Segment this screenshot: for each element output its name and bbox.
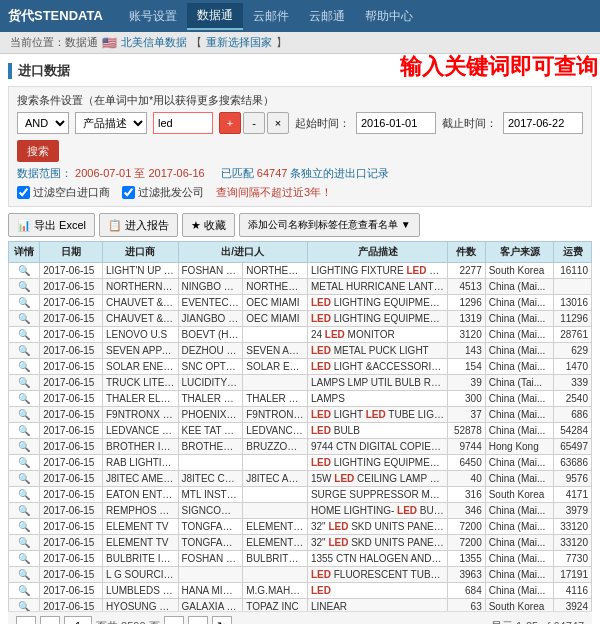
row-detail-btn[interactable]: 🔍 bbox=[9, 311, 40, 327]
row-desc: SURGE SUPPRESSOR MLLS1ON-347V-S LED LIGH… bbox=[307, 487, 447, 503]
row-agent: SOLAR ENERGY... bbox=[243, 359, 308, 375]
row-detail-btn[interactable]: 🔍 bbox=[9, 439, 40, 455]
row-origin: South Korea bbox=[485, 487, 554, 503]
row-date: 2017-06-15 bbox=[40, 263, 103, 279]
row-importer: SOLAR ENERGY ... bbox=[103, 359, 179, 375]
row-detail-btn[interactable]: 🔍 bbox=[9, 583, 40, 599]
row-exporter: TONGFANG GLO... bbox=[178, 519, 243, 535]
row-agent: OEC MIAMI bbox=[243, 295, 308, 311]
row-detail-btn[interactable]: 🔍 bbox=[9, 359, 40, 375]
match-count: 64747 bbox=[257, 167, 288, 179]
row-detail-btn[interactable]: 🔍 bbox=[9, 599, 40, 612]
nav-item-mail[interactable]: 云邮件 bbox=[243, 4, 299, 29]
table-row: 🔍 2017-06-15 TRUCK LITE COM... LUCIDITY … bbox=[9, 375, 592, 391]
row-exporter: KEE TAT MANUF... bbox=[178, 423, 243, 439]
row-importer: THALER ELECTRIC bbox=[103, 391, 179, 407]
filter-remove-btn[interactable]: - bbox=[243, 112, 265, 134]
check-empty-importer[interactable]: 过滤空白进口商 bbox=[17, 185, 110, 200]
breadcrumb-action[interactable]: 重新选择国家 bbox=[206, 35, 272, 50]
check-wholesale[interactable]: 过滤批发公司 bbox=[122, 185, 204, 200]
import-report-btn[interactable]: 📋 进入报告 bbox=[99, 213, 178, 237]
data-range-label: 数据范围： bbox=[17, 167, 72, 179]
table-row: 🔍 2017-06-15 ELEMENT TV TONGFANG GLO... … bbox=[9, 519, 592, 535]
row-detail-btn[interactable]: 🔍 bbox=[9, 263, 40, 279]
row-detail-btn[interactable]: 🔍 bbox=[9, 375, 40, 391]
row-detail-btn[interactable]: 🔍 bbox=[9, 551, 40, 567]
export-excel-btn[interactable]: 📊 导出 Excel bbox=[8, 213, 95, 237]
row-origin: Hong Kong bbox=[485, 439, 554, 455]
row-exporter: TONGFANG GLO... bbox=[178, 535, 243, 551]
logic-select[interactable]: AND OR bbox=[17, 112, 69, 134]
nav-item-cloud[interactable]: 云邮通 bbox=[299, 4, 355, 29]
date-from-input[interactable] bbox=[356, 112, 436, 134]
field-select[interactable]: 产品描述 进口商 出口商 bbox=[75, 112, 147, 134]
row-detail-btn[interactable]: 🔍 bbox=[9, 455, 40, 471]
row-importer: LEDVANCE LLC bbox=[103, 423, 179, 439]
nav-item-account[interactable]: 账号设置 bbox=[119, 4, 187, 29]
refresh-btn[interactable]: ↻ bbox=[212, 616, 232, 624]
row-detail-btn[interactable]: 🔍 bbox=[9, 519, 40, 535]
date-to-input[interactable] bbox=[503, 112, 583, 134]
row-importer: L G SOURCING, I... bbox=[103, 567, 179, 583]
excel-icon: 📊 bbox=[17, 219, 31, 232]
filter-add-btn[interactable]: + bbox=[219, 112, 241, 134]
add-supplier-btn[interactable]: 添加公司名称到标签任意查看名单 ▼ bbox=[239, 213, 420, 237]
row-detail-btn[interactable]: 🔍 bbox=[9, 327, 40, 343]
row-freight: 63686 bbox=[554, 455, 592, 471]
row-detail-btn[interactable]: 🔍 bbox=[9, 487, 40, 503]
col-detail: 详情 bbox=[9, 242, 40, 263]
row-freight: 65497 bbox=[554, 439, 592, 455]
row-desc: 32" LED SKD UNITS PANEL ASSEMBLY bbox=[307, 519, 447, 535]
collect-btn[interactable]: ★ 收藏 bbox=[182, 213, 235, 237]
row-qty: 300 bbox=[448, 391, 486, 407]
row-detail-btn[interactable]: 🔍 bbox=[9, 423, 40, 439]
page-number-input[interactable] bbox=[64, 616, 92, 624]
row-detail-btn[interactable]: 🔍 bbox=[9, 295, 40, 311]
row-agent: BULBRITE INDUS... bbox=[243, 551, 308, 567]
breadcrumb-separator: 【 bbox=[191, 35, 202, 50]
row-date: 2017-06-15 bbox=[40, 599, 103, 612]
table-row: 🔍 2017-06-15 L G SOURCING, I... LED FLUO… bbox=[9, 567, 592, 583]
row-desc: 1355 CTN HALOGEN AND LED LAMPS_ AS PER P… bbox=[307, 551, 447, 567]
col-desc: 产品描述 bbox=[307, 242, 447, 263]
row-detail-btn[interactable]: 🔍 bbox=[9, 407, 40, 423]
filter-clear-btn[interactable]: × bbox=[267, 112, 289, 134]
row-desc: LED LIGHT LED TUBE LIGHT bbox=[307, 407, 447, 423]
breadcrumb-section[interactable]: 北美信单数据 bbox=[121, 35, 187, 50]
row-qty: 3963 bbox=[448, 567, 486, 583]
nav-item-help[interactable]: 帮助中心 bbox=[355, 4, 423, 29]
row-detail-btn[interactable]: 🔍 bbox=[9, 535, 40, 551]
breadcrumb-flag: 🇺🇸 bbox=[102, 36, 117, 50]
table-container: 详情 日期 进口商 出/进口人 产品描述 件数 客户来源 运费 🔍 2017-0… bbox=[8, 241, 592, 611]
row-date: 2017-06-15 bbox=[40, 423, 103, 439]
row-detail-btn[interactable]: 🔍 bbox=[9, 391, 40, 407]
row-agent: NORTHERN INT... bbox=[243, 263, 308, 279]
row-desc: LED LIGHT &ACCESSORIES bbox=[307, 359, 447, 375]
row-detail-btn[interactable]: 🔍 bbox=[9, 471, 40, 487]
row-desc: LAMPS LMP UTIL BULB REPL CHROME KIT LED … bbox=[307, 375, 447, 391]
row-date: 2017-06-15 bbox=[40, 295, 103, 311]
row-detail-btn[interactable]: 🔍 bbox=[9, 343, 40, 359]
row-date: 2017-06-15 bbox=[40, 471, 103, 487]
row-qty: 684 bbox=[448, 583, 486, 599]
row-detail-btn[interactable]: 🔍 bbox=[9, 279, 40, 295]
row-date: 2017-06-15 bbox=[40, 439, 103, 455]
row-detail-btn[interactable]: 🔍 bbox=[9, 567, 40, 583]
first-page-btn[interactable]: « bbox=[16, 616, 36, 624]
row-agent: M.G.MAHER & C... bbox=[243, 583, 308, 599]
match-info: 已匹配 64747 条独立的进出口记录 bbox=[221, 166, 390, 181]
row-agent: J8ITEC AMERICA... bbox=[243, 471, 308, 487]
nav-item-data[interactable]: 数据通 bbox=[187, 3, 243, 30]
row-desc: METAL HURRICANE LANTERN W LED CANDLE T..… bbox=[307, 279, 447, 295]
row-desc: LINEAR bbox=[307, 599, 447, 612]
row-desc: LAMPS bbox=[307, 391, 447, 407]
prev-page-btn[interactable]: ‹ bbox=[40, 616, 60, 624]
row-freight: 2540 bbox=[554, 391, 592, 407]
row-detail-btn[interactable]: 🔍 bbox=[9, 503, 40, 519]
next-page-btn[interactable]: › bbox=[164, 616, 184, 624]
search-button[interactable]: 搜索 bbox=[17, 140, 59, 162]
col-qty: 件数 bbox=[448, 242, 486, 263]
last-page-btn[interactable]: » bbox=[188, 616, 208, 624]
keyword-input[interactable] bbox=[153, 112, 213, 134]
filter-range: 数据范围： 2006-07-01 至 2017-06-16 bbox=[17, 166, 205, 181]
